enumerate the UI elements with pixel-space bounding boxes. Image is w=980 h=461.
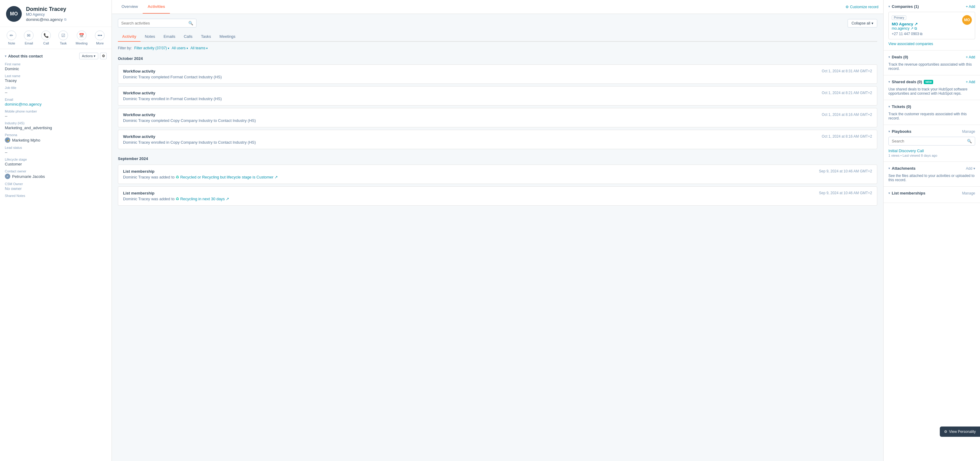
task-icon: ☑ bbox=[58, 30, 68, 40]
field-last-name: Last name Tracey bbox=[5, 74, 107, 83]
about-settings-button[interactable]: ⚙ bbox=[100, 53, 107, 59]
deals-section: ▾ Deals (0) + Add Track the revenue oppo… bbox=[884, 51, 980, 75]
search-playbook-icon: 🔍 bbox=[967, 139, 972, 144]
shared-deals-add-link[interactable]: + Add bbox=[966, 80, 975, 84]
playbooks-header[interactable]: ▾ Playbooks Manage bbox=[888, 129, 975, 134]
activity-tabs: Activity Notes Emails Calls Tasks Meetin… bbox=[118, 32, 877, 42]
about-section-header[interactable]: ▾ About this contact Actions ▾ ⚙ bbox=[5, 53, 107, 59]
personality-icon: ⚙ bbox=[944, 429, 947, 434]
activity-tab-calls[interactable]: Calls bbox=[180, 32, 197, 42]
search-activities-box[interactable]: 🔍 bbox=[118, 19, 196, 27]
contact-email-row: dominic@mo.agency ⧉ bbox=[26, 17, 67, 22]
view-associated-companies-link[interactable]: View associated companies bbox=[888, 42, 975, 46]
attachments-chevron: ▾ bbox=[888, 167, 890, 170]
meeting-button[interactable]: 📅 Meeting bbox=[76, 30, 88, 45]
activity-tab-activity[interactable]: Activity bbox=[118, 32, 140, 42]
list-memberships-header[interactable]: ▾ List memberships Manage bbox=[888, 191, 975, 195]
actions-dropdown-button[interactable]: Actions ▾ bbox=[79, 53, 98, 59]
companies-header[interactable]: ▾ Companies (1) + Add bbox=[888, 4, 975, 9]
field-shared-notes: Shared Notes bbox=[5, 194, 107, 198]
recycled-link-1[interactable]: ♻ Recycled or Recycling but lifecycle st… bbox=[176, 175, 278, 179]
field-owner: Contact owner P Petrumarie Jacobs bbox=[5, 169, 107, 179]
companies-add-link[interactable]: + Add bbox=[966, 5, 975, 9]
collapse-all-button[interactable]: Collapse all ▾ bbox=[848, 19, 877, 27]
view-personality-button[interactable]: ⚙ View Personality bbox=[940, 426, 980, 437]
field-first-name: First name Dominic bbox=[5, 62, 107, 71]
company-phone: +27 11 447 0903 ⧉ bbox=[892, 32, 923, 36]
note-icon: ✏ bbox=[6, 30, 16, 40]
chevron-down-icon: ▾ bbox=[872, 21, 873, 26]
shared-deals-section: ▾ Shared deals (0) NEW + Add Use shared … bbox=[884, 75, 980, 100]
list-memberships-section: ▾ List memberships Manage bbox=[884, 187, 980, 203]
email-button[interactable]: ✉ Email bbox=[24, 30, 33, 45]
list-memberships-chevron: ▾ bbox=[888, 191, 890, 195]
settings-icon: ⚙ bbox=[845, 5, 849, 9]
playbook-item[interactable]: Initial Discovery Call bbox=[888, 148, 975, 153]
note-button[interactable]: ✏ Note bbox=[6, 30, 16, 45]
attachments-add-link[interactable]: Add ▾ bbox=[966, 166, 975, 171]
activity-desc: Dominic Tracey completed Format Contact … bbox=[123, 75, 872, 79]
customize-record-link[interactable]: ⚙ Customize record bbox=[845, 5, 878, 9]
activity-time: Oct 1, 2024 at 8:21 AM GMT+2 bbox=[822, 91, 872, 95]
deals-title: ▾ Deals (0) bbox=[888, 55, 908, 59]
list-memberships-title: ▾ List memberships bbox=[888, 191, 925, 195]
copy-email-icon[interactable]: ⧉ bbox=[64, 18, 67, 21]
contact-info: Dominic Tracey MO Agency dominic@mo.agen… bbox=[26, 6, 67, 22]
external-link-icon: ↗ bbox=[915, 22, 918, 26]
activity-card: Workflow activity Oct 1, 2024 at 8:16 AM… bbox=[118, 130, 877, 149]
copy-url-icon[interactable]: ⧉ bbox=[915, 26, 917, 30]
attachments-header[interactable]: ▾ Attachments Add ▾ bbox=[888, 166, 975, 171]
copy-phone-icon[interactable]: ⧉ bbox=[920, 32, 923, 36]
activity-tab-notes[interactable]: Notes bbox=[140, 32, 159, 42]
tab-overview[interactable]: Overview bbox=[117, 0, 143, 14]
playbooks-manage-link[interactable]: Manage bbox=[962, 129, 975, 134]
activity-card: Workflow activity Oct 1, 2024 at 8:31 AM… bbox=[118, 64, 877, 84]
task-button[interactable]: ☑ Task bbox=[58, 30, 68, 45]
tickets-desc: Track the customer requests associated w… bbox=[888, 112, 975, 120]
company-url[interactable]: mo.agency ↗ ⧉ bbox=[892, 26, 923, 30]
deals-add-link[interactable]: + Add bbox=[966, 55, 975, 59]
search-playbook-box[interactable]: 🔍 bbox=[888, 137, 975, 145]
about-section-actions: Actions ▾ ⚙ bbox=[79, 53, 107, 59]
tab-activities[interactable]: Activities bbox=[143, 0, 170, 14]
filter-users-chip[interactable]: All users bbox=[172, 46, 188, 50]
shared-deals-header[interactable]: ▾ Shared deals (0) NEW + Add bbox=[888, 80, 975, 84]
owner-row: P Petrumarie Jacobs bbox=[5, 174, 107, 179]
search-playbook-input[interactable] bbox=[892, 139, 965, 144]
email-label: Email bbox=[25, 41, 33, 45]
more-button[interactable]: ••• More bbox=[95, 30, 105, 45]
owner-avatar: P bbox=[5, 174, 10, 179]
tickets-header[interactable]: ▾ Tickets (0) bbox=[888, 104, 975, 109]
call-button[interactable]: 📞 Call bbox=[41, 30, 51, 45]
email-icon: ✉ bbox=[24, 30, 33, 40]
activity-time: Oct 1, 2024 at 8:16 AM GMT+2 bbox=[822, 113, 872, 117]
company-logo-avatar: MO bbox=[962, 15, 972, 25]
tickets-chevron: ▾ bbox=[888, 105, 890, 108]
main-content: Overview Activities ⚙ Customize record 🔍… bbox=[112, 0, 883, 461]
right-sidebar: ▾ Companies (1) + Add Primary MO Agency … bbox=[883, 0, 980, 461]
deals-header[interactable]: ▾ Deals (0) + Add bbox=[888, 55, 975, 59]
companies-section: ▾ Companies (1) + Add Primary MO Agency … bbox=[884, 0, 980, 51]
list-memberships-manage-link[interactable]: Manage bbox=[962, 191, 975, 195]
company-name-link[interactable]: MO Agency ↗ bbox=[892, 22, 923, 26]
shared-deals-title: ▾ Shared deals (0) NEW bbox=[888, 80, 933, 84]
filter-activity-chip[interactable]: Filter activity (37/37) bbox=[134, 46, 169, 50]
activity-tab-meetings[interactable]: Meetings bbox=[215, 32, 240, 42]
activities-area: 🔍 Collapse all ▾ Activity Notes Emails C… bbox=[112, 14, 883, 217]
recycled-link-2[interactable]: ♻ Recycling in next 30 days ↗ bbox=[176, 197, 229, 201]
activity-card-list-2: List membership Sep 9, 2024 at 10:46 AM … bbox=[118, 186, 877, 206]
activity-card-header: Workflow activity Oct 1, 2024 at 8:16 AM… bbox=[123, 134, 872, 139]
call-label: Call bbox=[43, 41, 49, 45]
playbooks-section: ▾ Playbooks Manage 🔍 Initial Discovery C… bbox=[884, 125, 980, 162]
field-lifecycle: Lifecycle stage Customer bbox=[5, 158, 107, 166]
activity-desc: Dominic Tracey enrolled in Format Contac… bbox=[123, 96, 872, 101]
activity-tab-tasks[interactable]: Tasks bbox=[197, 32, 215, 42]
activity-tab-emails[interactable]: Emails bbox=[159, 32, 180, 42]
activity-type: Workflow activity bbox=[123, 69, 155, 73]
activity-time: Sep 9, 2024 at 10:46 AM GMT+2 bbox=[819, 169, 872, 173]
search-activities-input[interactable] bbox=[121, 21, 186, 26]
companies-chevron: ▾ bbox=[888, 5, 890, 8]
activity-desc: Dominic Tracey enrolled in Copy Company … bbox=[123, 140, 872, 145]
playbooks-chevron: ▾ bbox=[888, 130, 890, 133]
filter-teams-chip[interactable]: All teams bbox=[191, 46, 208, 50]
